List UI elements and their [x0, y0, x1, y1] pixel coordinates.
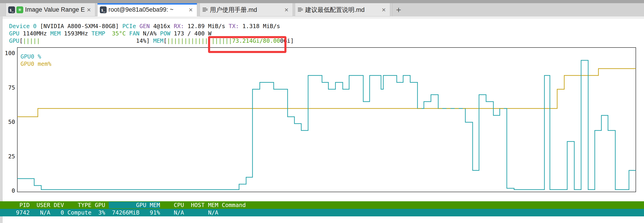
- terminal-line-2: GPU 1140MHz MEM 1593MHz TEMP 35°C FAN N/…: [9, 30, 212, 37]
- tab-close-icon[interactable]: ×: [85, 6, 93, 14]
- y-tick-75: 75: [2, 84, 15, 91]
- tab-1[interactable]: $_✳Image Value Range Error×: [6, 3, 95, 17]
- process-table-header: PID USER DEV TYPE GPU GPU MEM CPU HOST M…: [0, 201, 644, 209]
- tab-close-icon[interactable]: ×: [187, 6, 194, 14]
- process-table-row[interactable]: 9742 N/A 0 Compute 3% 74266MiB 91% N/A N…: [0, 209, 644, 216]
- series-gpu0-: [17, 60, 636, 190]
- screen: { "colors": { "teal_text": "#0f9a9e", "t…: [0, 0, 644, 223]
- asterisk-icon: ✳: [16, 7, 23, 13]
- document-lines-icon: [298, 7, 303, 13]
- terminal-line-1: Device 0 [NVIDIA A800-SXM4-80GB] PCIe GE…: [9, 23, 280, 30]
- red-highlight-annotation: [208, 36, 286, 53]
- y-tick-50: 50: [2, 119, 15, 125]
- tab-2-active[interactable]: $_root@9e81a05eba99: ~×: [97, 3, 197, 17]
- terminal-icon: $_: [8, 7, 15, 13]
- document-lines-icon: [202, 7, 208, 13]
- tab-label: root@9e81a05eba99: ~: [108, 6, 187, 13]
- terminal-icon: $_: [100, 7, 107, 13]
- series-gpu0-mem-: [17, 69, 636, 117]
- tab-close-icon[interactable]: ×: [282, 6, 290, 14]
- new-tab-button[interactable]: +: [392, 3, 405, 17]
- legend-gpu0-mem-: GPU0 mem%: [20, 60, 51, 67]
- y-tick-25: 25: [2, 153, 15, 160]
- tab-label: Image Value Range Error: [25, 6, 85, 13]
- tabbar-bottom-strip: [0, 17, 644, 19]
- window-top-strip: [0, 0, 644, 3]
- active-tab-stripe: [98, 3, 197, 5]
- tab-3[interactable]: 用户使用手册.md×: [200, 3, 293, 17]
- tab-label: 用户使用手册.md: [210, 6, 282, 14]
- y-tick-100: 100: [2, 50, 15, 56]
- y-tick-0: 0: [2, 187, 15, 194]
- legend-gpu0-: GPU0 %: [20, 53, 41, 60]
- tab-4[interactable]: 建议最低配置说明.md×: [295, 3, 390, 17]
- sorted-column-highlight: GPU MEM: [109, 202, 160, 208]
- tab-close-icon[interactable]: ×: [380, 6, 388, 14]
- tab-label: 建议最低配置说明.md: [305, 6, 380, 14]
- tab-bar: $_✳Image Value Range Error×$_root@9e81a0…: [0, 3, 644, 17]
